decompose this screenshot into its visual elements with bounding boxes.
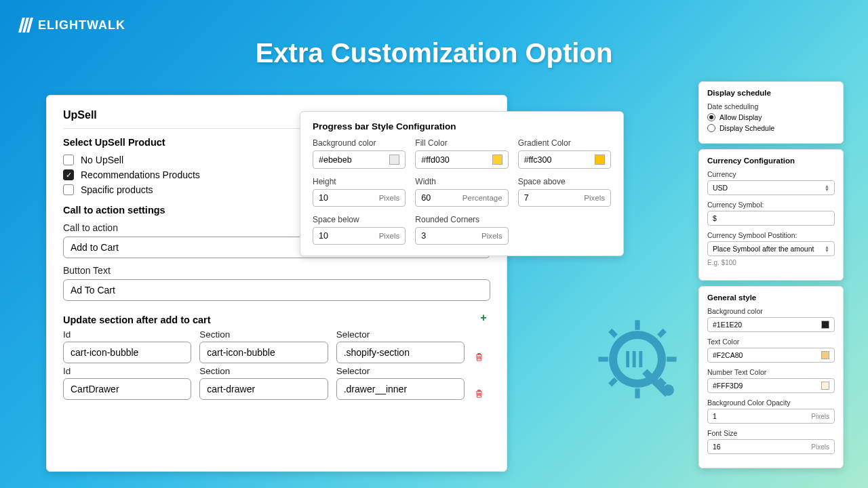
color-swatch [492, 155, 502, 165]
id-input[interactable] [63, 342, 191, 363]
update-section-title: Update section after add to cart [63, 314, 211, 325]
brand-mark-icon [18, 18, 35, 33]
id-input[interactable] [63, 378, 191, 400]
radio-display-schedule[interactable]: Display Schedule [707, 124, 835, 132]
svg-point-8 [663, 384, 674, 396]
update-row: Id Section Selector [63, 366, 490, 400]
space-above-label: Space above [518, 177, 611, 186]
col-selector: Selector [336, 329, 465, 340]
svg-rect-4 [608, 329, 618, 338]
style-text-input[interactable]: #F2CA80 [707, 348, 835, 363]
currency-config-card: Currency Configuration Currency USD▲▼ Cu… [698, 149, 844, 281]
symbol-input[interactable]: $ [707, 211, 835, 226]
space-below-input[interactable]: 10Pixels [313, 227, 406, 245]
col-id: Id [63, 366, 191, 376]
corners-input[interactable]: 3Pixels [415, 227, 508, 245]
width-label: Width [415, 177, 508, 186]
position-select[interactable]: Place Symbool after the amount▲▼ [707, 241, 835, 256]
style-opacity-input[interactable]: 1Pixels [707, 409, 835, 424]
general-style-card: General style Background color #1E1E20 T… [698, 286, 844, 468]
checkbox-icon: ✓ [63, 169, 74, 180]
col-section: Section [199, 366, 328, 376]
section-input[interactable] [199, 378, 328, 400]
color-swatch [821, 351, 829, 359]
svg-rect-7 [608, 378, 618, 387]
display-schedule-card: Display schedule Date scheduling Allow D… [698, 81, 844, 144]
position-hint: E.g. $100 [707, 259, 835, 266]
update-row: Id Section Selector [63, 329, 490, 363]
button-text-input[interactable] [63, 279, 490, 301]
page-title: Extra Customization Option [256, 38, 613, 68]
color-swatch [821, 382, 829, 390]
currency-title: Currency Configuration [707, 157, 835, 165]
brand-logo: ELIGHTWALK [20, 18, 125, 33]
space-above-input[interactable]: 7Pixels [518, 189, 611, 207]
style-num-input[interactable]: #FFF3D9 [707, 378, 835, 393]
space-below-label: Space below [313, 215, 406, 224]
section-input[interactable] [199, 342, 328, 363]
style-text-label: Text Color [707, 338, 835, 346]
position-label: Currency Symbool Postition: [707, 231, 835, 239]
symbol-label: Currency Symbol: [707, 201, 835, 209]
chevron-updown-icon: ▲▼ [825, 184, 829, 191]
add-row-button[interactable]: + [477, 311, 490, 325]
cta-value: Add to Cart [71, 242, 119, 253]
radio-icon [707, 113, 715, 121]
col-selector: Selector [336, 366, 465, 376]
height-label: Height [313, 177, 406, 186]
checkbox-icon [63, 184, 74, 195]
radio-allow-display[interactable]: Allow Display [707, 113, 835, 121]
svg-rect-3 [667, 357, 676, 361]
brand-text: ELIGHTWALK [38, 18, 125, 33]
progress-title: Progress bar Style Configuration [313, 121, 611, 131]
col-id: Id [63, 329, 191, 340]
selector-input[interactable] [336, 378, 465, 400]
corners-label: Rounded Corners [415, 215, 508, 224]
style-font-input[interactable]: 16Pixels [707, 439, 835, 454]
fill-color-input[interactable]: #ffd030 [415, 150, 508, 169]
checkbox-icon [63, 155, 74, 165]
checkbox-label: No UpSell [81, 155, 123, 165]
side-panels: Display schedule Date scheduling Allow D… [698, 81, 844, 474]
style-bg-label: Background color [707, 307, 835, 315]
currency-select[interactable]: USD▲▼ [707, 180, 835, 195]
color-swatch [595, 155, 605, 165]
style-opacity-label: Background Color Opacity [707, 399, 835, 407]
color-swatch [389, 155, 399, 165]
bg-color-label: Background color [313, 138, 406, 148]
svg-rect-6 [657, 329, 667, 338]
width-input[interactable]: 60Percentage [415, 189, 508, 207]
gradient-color-label: Gradient Color [518, 138, 611, 148]
style-num-label: Number Text Color [707, 368, 835, 376]
color-swatch [821, 321, 829, 329]
gradient-color-input[interactable]: #ffc300 [518, 150, 611, 169]
delete-row-button[interactable] [473, 350, 486, 363]
style-bg-input[interactable]: #1E1E20 [707, 317, 835, 332]
style-font-label: Font Size [707, 429, 835, 437]
gear-wrench-icon [597, 319, 678, 400]
svg-rect-1 [635, 388, 639, 398]
date-scheduling-label: Date scheduling [707, 102, 835, 110]
fill-color-label: Fill Color [415, 138, 508, 148]
progress-config-card: Progress bar Style Configuration Backgro… [300, 111, 624, 256]
style-title: General style [707, 293, 835, 302]
chevron-updown-icon: ▲▼ [825, 245, 829, 252]
schedule-title: Display schedule [707, 89, 835, 97]
selector-input[interactable] [336, 342, 465, 363]
checkbox-label: Spacific products [81, 184, 153, 195]
height-input[interactable]: 10Pixels [313, 189, 406, 207]
bg-color-input[interactable]: #ebebeb [313, 150, 406, 169]
radio-icon [707, 124, 715, 132]
svg-rect-2 [598, 357, 608, 361]
svg-rect-0 [635, 320, 639, 329]
delete-row-button[interactable] [473, 386, 486, 400]
button-text-label: Button Text [63, 265, 490, 276]
currency-label: Currency [707, 170, 835, 178]
checkbox-label: Recommendations Products [81, 169, 200, 180]
col-section: Section [199, 329, 328, 340]
